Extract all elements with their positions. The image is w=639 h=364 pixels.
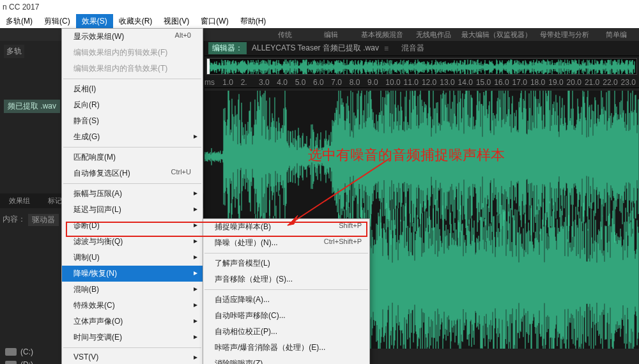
waveform-overview[interactable]	[206, 58, 637, 75]
content-label: 内容：	[3, 214, 26, 226]
mi-vst[interactable]: VST(V)▸	[62, 350, 203, 364]
noise-submenu: 捕捉噪声样本(B)Shift+P 降噪（处理）(N)...Ctrl+Shift+…	[203, 218, 370, 364]
effects-dropdown: 显示效果组(W)Alt+0 编辑效果组内的剪辑效果(F) 编辑效果组内的音轨效果…	[61, 28, 203, 364]
mi-noise-reduction[interactable]: 降噪/恢复(N)▸	[62, 266, 203, 282]
smi-dehum[interactable]: 消除嗡嗡声(Z)...	[203, 356, 369, 364]
smi-adaptive[interactable]: 自适应降噪(A)...	[203, 292, 369, 308]
mi-amplitude[interactable]: 振幅与压限(A)▸	[62, 186, 203, 202]
file-tab[interactable]: 频已提取 .wav	[4, 100, 60, 113]
menu-window[interactable]: 窗口(W)	[195, 14, 234, 29]
mi-generate[interactable]: 生成(G)▸	[62, 129, 203, 145]
mi-delay[interactable]: 延迟与回声(L)▸	[62, 202, 203, 218]
annotation-text: 选中有噪音的音频捕捉噪声样本	[308, 146, 505, 165]
ws-basic[interactable]: 基本视频混音	[354, 28, 411, 41]
smi-auto-click-remove[interactable]: 自动咔嗒声移除(C)...	[203, 308, 369, 324]
annotation-arrow	[275, 155, 403, 238]
ws-traditional[interactable]: 传统	[263, 28, 308, 41]
mi-auto-heal[interactable]: 自动修复选区(H)Ctrl+U	[62, 165, 203, 181]
mi-edit-track-fx: 编辑效果组内的音轨效果(T)	[62, 61, 203, 77]
mi-stereo[interactable]: 立体声声像(O)▸	[62, 314, 203, 330]
svg-line-1	[288, 158, 390, 225]
menu-effects[interactable]: 效果(S)	[76, 14, 113, 29]
editor-header: 编辑器： ALLEYCATS Teaser 音频已提取 .wav ≡ 混音器	[204, 41, 639, 56]
tab-effects-group[interactable]: 效果组	[0, 193, 39, 208]
menu-multitrack[interactable]: 多轨(M)	[0, 14, 38, 29]
mi-time-pitch[interactable]: 时间与变调(E)▸	[62, 330, 203, 345]
tab-mixer[interactable]: 混音器	[401, 43, 424, 54]
editor-filename: ALLEYCATS Teaser 音频已提取 .wav	[247, 43, 384, 54]
drive-icon	[5, 348, 17, 356]
menu-favorites[interactable]: 收藏夹(R)	[113, 14, 158, 29]
mi-reverse[interactable]: 反向(R)	[62, 97, 203, 113]
ws-radio[interactable]: 无线电作品	[411, 28, 456, 41]
editor-label: 编辑器：	[208, 42, 247, 54]
ws-edit[interactable]: 编辑	[308, 28, 353, 41]
workspace: 传统 编辑 基本视频混音 无线电作品 最大编辑（双监视器） 母带处理与分析 简单…	[0, 28, 639, 364]
mi-edit-clip-fx: 编辑效果组内的剪辑效果(F)	[62, 45, 203, 61]
app-title: n CC 2017	[3, 3, 39, 11]
smi-click-pop[interactable]: 咔嗒声/爆音消除器（处理）(E)...	[203, 340, 369, 356]
menu-bar: 多轨(M) 剪辑(C) 效果(S) 收藏夹(R) 视图(V) 窗口(W) 帮助(…	[0, 14, 639, 28]
content-dropdown[interactable]: 驱动器	[28, 214, 59, 226]
smi-learn-sound-model[interactable]: 了解声音模型(L)	[203, 255, 369, 271]
title-bar: n CC 2017	[0, 0, 639, 14]
time-ruler[interactable]: ms1.02.3.04.05.06.07.08.09.010.011.012.0…	[204, 77, 639, 88]
ws-big[interactable]: 最大编辑（双监视器）	[456, 28, 536, 41]
smi-auto-phase[interactable]: 自动相位校正(P)...	[203, 324, 369, 340]
mi-special[interactable]: 特殊效果(C)▸	[62, 298, 203, 314]
mi-match-loudness[interactable]: 匹配响度(M)	[62, 149, 203, 165]
mi-filter[interactable]: 滤波与均衡(Q)▸	[62, 234, 203, 250]
mi-diagnostics[interactable]: 诊断(D)▸	[62, 218, 203, 234]
ws-mother[interactable]: 母带处理与分析	[536, 28, 593, 41]
mi-invert[interactable]: 反相(I)	[62, 81, 203, 97]
drive-icon	[5, 361, 17, 364]
menu-help[interactable]: 帮助(H)	[235, 14, 272, 29]
ws-simple[interactable]: 简单编	[594, 28, 639, 41]
mi-show-effects-group[interactable]: 显示效果组(W)Alt+0	[62, 29, 203, 45]
menu-view[interactable]: 视图(V)	[158, 14, 195, 29]
mi-reverb[interactable]: 混响(B)▸	[62, 282, 203, 298]
mi-modulation[interactable]: 调制(U)▸	[62, 250, 203, 266]
mi-silence[interactable]: 静音(S)	[62, 113, 203, 129]
smi-sound-remove[interactable]: 声音移除（处理）(S)...	[203, 271, 369, 287]
toolbar-multitrack[interactable]: 多轨	[4, 45, 24, 58]
menu-clip[interactable]: 剪辑(C)	[38, 14, 76, 29]
